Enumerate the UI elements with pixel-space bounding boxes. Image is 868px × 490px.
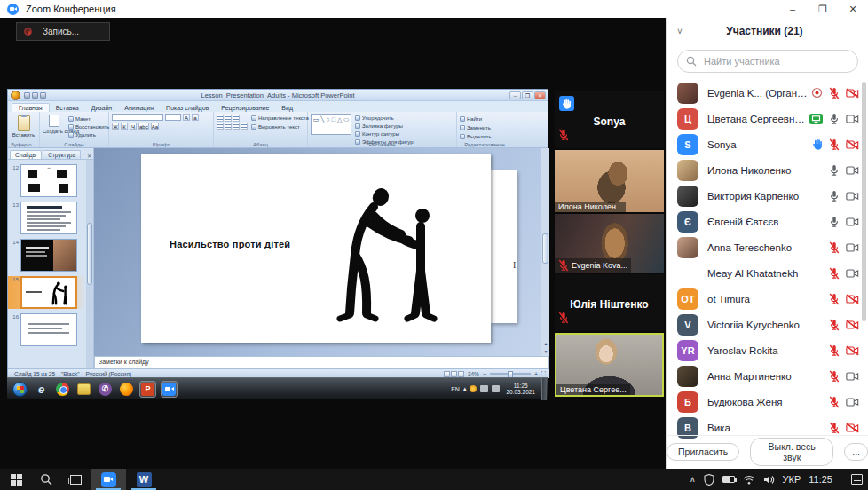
grow-font-button[interactable]: A: [183, 114, 190, 121]
slide-editor[interactable]: Насильство проти дітей: [94, 148, 549, 356]
mic-icon[interactable]: [829, 113, 840, 125]
volume-icon[interactable]: [763, 475, 775, 485]
bullet-buttons[interactable]: [217, 115, 248, 122]
mic-muted-icon[interactable]: [829, 422, 840, 434]
pane-tab-Структура[interactable]: Структура: [43, 150, 81, 159]
slide-thumbnail-16[interactable]: 16: [8, 313, 86, 346]
media-app-icon[interactable]: [75, 381, 92, 398]
battery-icon[interactable]: [722, 476, 735, 483]
minimize-button[interactable]: –: [777, 0, 808, 18]
share-language-indicator[interactable]: EN: [451, 386, 460, 392]
mic-muted-icon[interactable]: [829, 344, 840, 357]
wifi-icon[interactable]: [743, 475, 755, 485]
mic-muted-icon[interactable]: [829, 396, 840, 408]
office-button-icon[interactable]: [11, 91, 20, 100]
participant-row[interactable]: Анна Мартиненко: [667, 363, 868, 389]
participant-row[interactable]: Виктория Карпенко: [667, 183, 868, 209]
camera-icon[interactable]: [846, 165, 859, 176]
silhouette-graphic[interactable]: [315, 184, 448, 328]
participant-row[interactable]: ББудюкова Женя: [667, 389, 868, 415]
paste-icon[interactable]: [18, 115, 30, 131]
mic-muted-icon[interactable]: [829, 241, 840, 254]
shrink-font-button[interactable]: a: [192, 114, 199, 121]
defender-shield-icon[interactable]: [704, 474, 714, 486]
mic-muted-icon[interactable]: [558, 259, 569, 272]
participant-row[interactable]: VVictoriia Kyrychenko: [667, 312, 868, 337]
current-slide[interactable]: Насильство проти дітей: [141, 154, 491, 343]
camera-off-icon[interactable]: [846, 423, 859, 433]
camera-icon[interactable]: [846, 397, 859, 407]
ribbon-command[interactable]: Выделить: [460, 133, 509, 140]
mute-all-button[interactable]: Выкл. весь звук: [750, 438, 833, 466]
ppt-tab-Рецензирование[interactable]: Рецензирование: [215, 104, 275, 112]
mic-muted-icon[interactable]: [829, 319, 840, 331]
ribbon-command[interactable]: Найти: [460, 115, 509, 122]
notes-pane[interactable]: Заметки к слайду: [94, 356, 549, 368]
camera-icon[interactable]: [846, 114, 859, 124]
mic-muted-icon[interactable]: [829, 138, 840, 151]
zoom-taskbar-app[interactable]: [91, 469, 126, 490]
ribbon-command[interactable]: Направление текста: [251, 115, 309, 122]
participant-row[interactable]: ЦЦветана Сергеевна Скоры...: [667, 106, 868, 131]
tray-network-icon[interactable]: [480, 385, 488, 392]
chrome-icon[interactable]: [54, 381, 71, 398]
ribbon-command[interactable]: Заливка фигуры: [355, 122, 414, 130]
ribbon-command[interactable]: Макет: [68, 115, 109, 122]
participant-row[interactable]: YRYaroslav Rokita: [667, 337, 868, 363]
shapes-gallery[interactable]: ▭ ╲ ○ □ △ ⬭: [311, 114, 351, 135]
zoom-out-button[interactable]: −: [483, 371, 486, 377]
ribbon-command[interactable]: Выровнять текст: [251, 123, 309, 130]
close-button[interactable]: ✕: [838, 0, 868, 18]
fit-window-button[interactable]: ⛶: [541, 370, 546, 377]
slide-thumbnail-13[interactable]: 13: [8, 202, 86, 234]
participants-scrollbar[interactable]: [862, 82, 866, 321]
share-clock[interactable]: 11:25 20.03.2021: [506, 383, 535, 395]
ppt-tab-Показ слайдов[interactable]: Показ слайдов: [160, 104, 215, 112]
mic-muted-icon[interactable]: [558, 312, 569, 324]
font-style-button[interactable]: Аа: [151, 122, 159, 130]
camera-icon[interactable]: [846, 268, 859, 279]
mic-muted-icon[interactable]: [829, 87, 840, 99]
recording-indicator[interactable]: Запись...: [16, 22, 110, 41]
ribbon-command[interactable]: Восстановить: [68, 123, 109, 130]
start-button[interactable]: [0, 469, 32, 490]
participant-search[interactable]: [677, 50, 858, 73]
language-indicator[interactable]: УКР: [783, 474, 801, 485]
font-size-dropdown[interactable]: [165, 114, 181, 121]
mic-muted-icon[interactable]: [829, 293, 840, 305]
action-center-icon[interactable]: [851, 474, 863, 485]
paste-button[interactable]: Вставить: [11, 131, 36, 138]
camera-icon[interactable]: [846, 371, 859, 382]
ppt-tab-Главная[interactable]: Главная: [12, 103, 50, 112]
tray-chevron-icon[interactable]: ∧: [690, 475, 696, 484]
mic-muted-icon[interactable]: [829, 267, 840, 280]
close-pane-icon[interactable]: ✕: [87, 153, 91, 159]
ppt-minimize-button[interactable]: –: [509, 91, 521, 99]
participant-row[interactable]: SSonya: [667, 131, 868, 157]
camera-off-icon[interactable]: [846, 345, 859, 356]
slide-thumbnail-15[interactable]: 15: [8, 276, 86, 309]
video-tile[interactable]: Юлія Ніштенко: [555, 274, 664, 331]
video-tile[interactable]: Sonya: [555, 91, 664, 148]
camera-icon[interactable]: [846, 191, 859, 202]
task-view-button[interactable]: [60, 469, 91, 490]
ribbon-command[interactable]: Заменить: [460, 124, 509, 131]
mic-icon[interactable]: [829, 190, 840, 202]
taskbar-search-button[interactable]: [32, 469, 60, 490]
zoom-in-button[interactable]: +: [534, 371, 538, 377]
font-name-dropdown[interactable]: [112, 114, 163, 121]
new-slide-button[interactable]: Создать слайд: [43, 114, 66, 138]
participant-row[interactable]: Evgenia K... (Организатор, я): [667, 80, 868, 106]
participant-row[interactable]: Meay Al Khatatnekh: [667, 260, 868, 286]
ppt-restore-button[interactable]: ❐: [522, 91, 533, 99]
tray-volume-icon[interactable]: [492, 385, 500, 392]
search-input[interactable]: [702, 55, 857, 67]
video-tile[interactable]: Evgenia Kova...: [555, 214, 664, 273]
slide-thumbnail-14[interactable]: 14: [8, 239, 86, 272]
camera-off-icon[interactable]: [846, 294, 859, 304]
start-orb-win7[interactable]: [12, 381, 28, 398]
camera-icon[interactable]: [846, 242, 859, 253]
slide-title-text[interactable]: Насильство проти дітей: [170, 239, 303, 249]
mic-muted-icon[interactable]: [558, 129, 569, 141]
camera-off-icon[interactable]: [846, 320, 859, 330]
